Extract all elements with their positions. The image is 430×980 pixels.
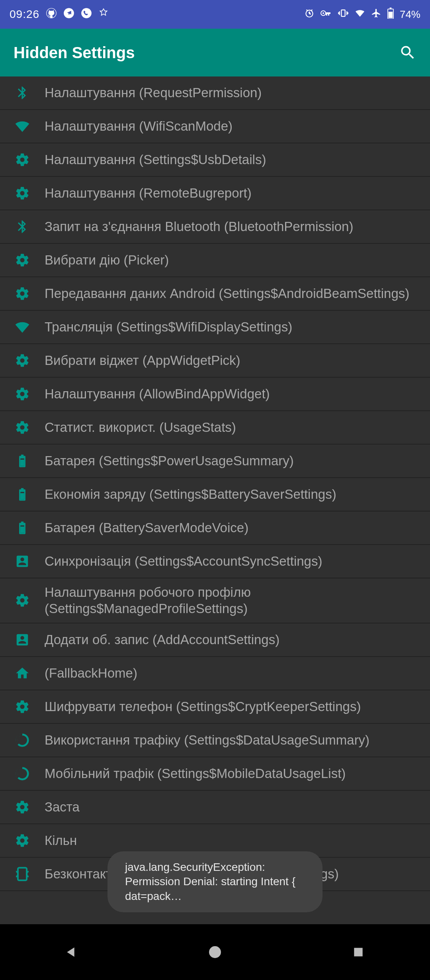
alarm-icon [304, 8, 315, 21]
item-label: Синхронізація (Settings$AccountSyncSetti… [45, 553, 322, 569]
app-bar: Hidden Settings [0, 29, 430, 76]
item-label: Шифрувати телефон (Settings$CryptKeeperS… [45, 698, 361, 715]
gear-icon [14, 252, 30, 268]
list-item[interactable]: Передавання даних Android (Settings$Andr… [0, 277, 430, 311]
data-icon [14, 732, 30, 748]
svg-point-5 [322, 12, 324, 14]
bluetooth-icon [14, 219, 30, 235]
airplane-icon [371, 8, 381, 21]
list-item[interactable]: Вибрати віджет (AppWidgetPick) [0, 344, 430, 378]
data-icon [14, 766, 30, 782]
toast-message: java.lang.SecurityException: Permission … [108, 851, 322, 912]
list-item[interactable]: Вибрати дію (Picker) [0, 244, 430, 277]
recent-button[interactable] [342, 936, 374, 968]
battery-percentage: 74% [400, 8, 420, 21]
item-label: (FallbackHome) [45, 665, 137, 681]
item-label: Налаштування (RequestPermission) [45, 84, 262, 101]
toast-line1: java.lang.SecurityException: [125, 860, 305, 874]
list-item[interactable]: Налаштування (RemoteBugreport) [0, 177, 430, 210]
item-label: Налаштування (AllowBindAppWidget) [45, 386, 270, 402]
vpn-icon [320, 8, 332, 21]
list-item[interactable]: Запит на з'єднання Bluetooth (BluetoothP… [0, 210, 430, 244]
wifi-icon [14, 319, 30, 335]
settings-list[interactable]: Налаштування (RequestPermission)Налаштув… [0, 76, 430, 924]
gear-icon [14, 833, 30, 849]
app-icon [98, 8, 109, 21]
gear-icon [14, 419, 30, 435]
item-label: Налаштування (WifiScanMode) [45, 118, 233, 134]
status-time: 09:26 [10, 8, 39, 21]
item-label: Передавання даних Android (Settings$Andr… [45, 285, 409, 302]
item-label: Заста [45, 799, 80, 815]
list-item[interactable]: Трансляція (Settings$WifiDisplaySettings… [0, 311, 430, 344]
viber-icon [81, 8, 92, 22]
list-item[interactable]: Додати об. запис (AddAccountSettings) [0, 623, 430, 657]
list-item[interactable]: Батарея (BatterySaverModeVoice) [0, 512, 430, 545]
wifi-icon [14, 118, 30, 134]
list-item[interactable]: Налаштування (AllowBindAppWidget) [0, 378, 430, 411]
gear-icon [14, 699, 30, 715]
telegram-icon [63, 8, 74, 22]
svg-rect-11 [354, 948, 362, 956]
list-item[interactable]: Статист. використ. (UsageStats) [0, 411, 430, 445]
list-item[interactable]: Налаштування (WifiScanMode) [0, 110, 430, 143]
list-item[interactable]: Синхронізація (Settings$AccountSyncSetti… [0, 545, 430, 578]
item-label: Батарея (BatterySaverModeVoice) [45, 519, 248, 536]
account-icon [14, 553, 30, 569]
item-label: Економія заряду (Settings$BatterySaverSe… [45, 486, 336, 502]
item-label: Налаштування (Settings$UsbDetails) [45, 151, 266, 168]
list-item[interactable]: Налаштування (Settings$UsbDetails) [0, 143, 430, 177]
svg-rect-9 [389, 12, 393, 18]
back-button[interactable] [56, 936, 88, 968]
list-item[interactable]: Налаштування робочого профілю (Settings$… [0, 578, 430, 623]
gear-icon [14, 592, 30, 608]
item-label: Налаштування (RemoteBugreport) [45, 185, 252, 201]
home-button[interactable] [199, 936, 231, 968]
svg-point-10 [209, 946, 221, 958]
list-item[interactable]: Батарея (Settings$PowerUsageSummary) [0, 445, 430, 478]
account-icon [14, 632, 30, 648]
item-label: Кільн [45, 832, 77, 849]
app-title: Hidden Settings [14, 44, 135, 62]
battery-icon [14, 453, 30, 469]
svg-rect-6 [341, 10, 345, 16]
toast-line2: Permission Denial: starting Intent { dat… [125, 874, 305, 904]
svg-point-2 [81, 8, 92, 18]
gear-icon [14, 286, 30, 302]
gear-icon [14, 386, 30, 402]
home-icon [14, 665, 30, 681]
item-label: Додати об. запис (AddAccountSettings) [45, 631, 280, 648]
bluetooth-icon [14, 85, 30, 101]
list-item[interactable]: Економія заряду (Settings$BatterySaverSe… [0, 478, 430, 512]
list-item[interactable]: Шифрувати телефон (Settings$CryptKeeperS… [0, 690, 430, 724]
battery-icon [14, 520, 30, 536]
item-label: Статист. використ. (UsageStats) [45, 419, 236, 435]
list-item[interactable]: Використання трафіку (Settings$DataUsage… [0, 724, 430, 757]
status-bar: 09:26 74% [0, 0, 430, 29]
item-label: Трансляція (Settings$WifiDisplaySettings… [45, 319, 292, 335]
battery-icon [14, 486, 30, 502]
gear-icon [14, 185, 30, 201]
wifi-icon [354, 8, 366, 21]
gear-icon [14, 152, 30, 168]
github-icon [46, 8, 57, 22]
item-label: Мобільний трафік (Settings$MobileDataUsa… [45, 765, 346, 782]
item-label: Батарея (Settings$PowerUsageSummary) [45, 453, 294, 469]
battery-icon [387, 8, 394, 22]
gear-icon [14, 799, 30, 815]
list-item[interactable]: Налаштування (RequestPermission) [0, 76, 430, 110]
gear-icon [14, 353, 30, 368]
navigation-bar [0, 924, 430, 980]
list-item[interactable]: (FallbackHome) [0, 657, 430, 690]
item-label: Запит на з'єднання Bluetooth (BluetoothP… [45, 218, 353, 235]
item-label: Використання трафіку (Settings$DataUsage… [45, 732, 369, 748]
search-button[interactable] [399, 44, 416, 61]
list-item[interactable]: Мобільний трафік (Settings$MobileDataUsa… [0, 757, 430, 791]
item-label: Вибрати дію (Picker) [45, 252, 169, 268]
svg-rect-8 [390, 8, 392, 9]
nfc-icon [14, 866, 30, 882]
vibrate-icon [338, 8, 349, 22]
item-label: Вибрати віджет (AppWidgetPick) [45, 352, 240, 368]
item-label: Налаштування робочого профілю (Settings$… [45, 584, 422, 617]
list-item[interactable]: Заста [0, 791, 430, 824]
